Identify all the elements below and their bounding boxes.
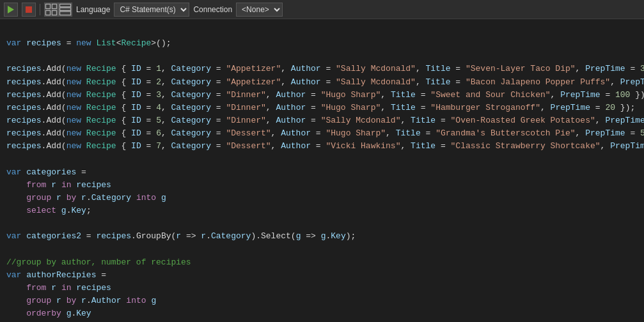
code-line: recipes.Add(new Recipe { ID = 7, Categor… — [6, 140, 638, 153]
divider-1 — [40, 4, 40, 15]
code-line: recipes.Add(new Recipe { ID = 2, Categor… — [6, 76, 638, 89]
code-line — [6, 217, 638, 230]
code-line: recipes.Add(new Recipe { ID = 1, Categor… — [6, 63, 638, 75]
code-line: select g.Key; — [6, 204, 638, 217]
table-view-button[interactable] — [58, 3, 72, 17]
svg-rect-3 — [52, 4, 56, 8]
code-line: var categories = — [6, 166, 638, 179]
svg-marker-0 — [8, 6, 14, 13]
code-line: var authorRecipies = — [6, 269, 638, 282]
code-editor[interactable]: var recipes = new List<Recipe>(); recipe… — [0, 19, 644, 322]
toolbar: Language C# Statement(s) Connection <Non… — [0, 0, 644, 19]
language-select[interactable]: C# Statement(s) — [114, 3, 189, 17]
code-line — [6, 24, 638, 37]
svg-rect-6 — [59, 4, 70, 6]
grid-view-button[interactable] — [44, 3, 58, 17]
svg-rect-7 — [59, 8, 70, 10]
svg-rect-5 — [52, 10, 56, 15]
code-line: var recipes = new List<Recipe>(); — [6, 37, 638, 50]
language-label: Language — [76, 5, 110, 14]
run-button[interactable] — [4, 3, 18, 17]
svg-rect-2 — [45, 4, 50, 8]
code-line: from r in recipes — [6, 282, 638, 295]
code-line — [6, 153, 638, 165]
code-line: from r in recipes — [6, 179, 638, 192]
code-line — [6, 50, 638, 63]
code-line: recipes.Add(new Recipe { ID = 5, Categor… — [6, 114, 638, 127]
code-line: recipes.Add(new Recipe { ID = 4, Categor… — [6, 102, 638, 114]
stop-button[interactable] — [22, 3, 36, 17]
code-line: orderby g.Key — [6, 307, 638, 320]
code-line: group r by r.Author into g — [6, 295, 638, 307]
connection-select[interactable]: <None> — [236, 3, 283, 17]
connection-label: Connection — [193, 5, 232, 14]
svg-rect-4 — [45, 10, 50, 15]
svg-rect-1 — [26, 6, 32, 13]
code-line: //group by author, number of recipies — [6, 256, 638, 269]
code-line: recipes.Add(new Recipe { ID = 3, Categor… — [6, 89, 638, 102]
code-line — [6, 243, 638, 256]
svg-rect-8 — [59, 11, 70, 15]
code-line: recipes.Add(new Recipe { ID = 6, Categor… — [6, 127, 638, 140]
code-line: group r by r.Category into g — [6, 192, 638, 204]
code-line: var categories2 = recipes.GroupBy(r => r… — [6, 230, 638, 243]
view-buttons — [44, 3, 72, 17]
